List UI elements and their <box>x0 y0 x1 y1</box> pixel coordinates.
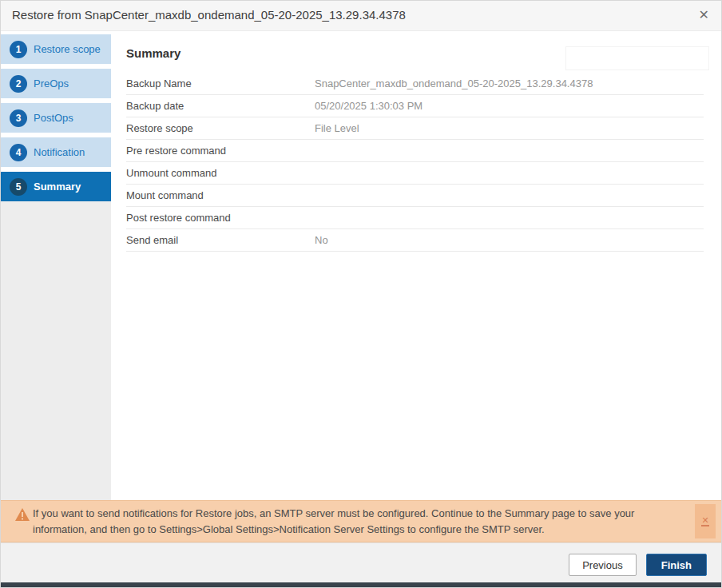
footer-buttons: Previous Finish <box>569 554 707 576</box>
summary-row: Backup Name SnapCenter_maxdb_ondemand_05… <box>126 73 704 95</box>
summary-row-label: Restore scope <box>126 122 315 134</box>
summary-rows: Backup Name SnapCenter_maxdb_ondemand_05… <box>126 73 704 252</box>
step-label: Summary <box>34 181 81 193</box>
step-label: PostOps <box>34 112 73 124</box>
wizard-step-restore-scope[interactable]: 1 Restore scope <box>1 34 111 64</box>
step-number-badge: 3 <box>10 109 27 127</box>
step-number-badge: 5 <box>10 178 27 196</box>
wizard-step-summary[interactable]: 5 Summary <box>1 172 111 201</box>
summary-row: Backup date 05/20/2025 1:30:03 PM <box>126 95 704 117</box>
warning-close-icon: ✕ <box>701 516 708 526</box>
warning-message: If you want to send notifications for Re… <box>33 506 683 538</box>
summary-row-label: Send email <box>126 234 315 246</box>
dialog-title: Restore from SnapCenter_maxdb_ondemand_0… <box>12 8 406 22</box>
summary-row-value: File Level <box>315 122 704 134</box>
summary-row: Send email No <box>126 229 704 252</box>
summary-row-label: Backup date <box>126 100 315 112</box>
summary-row-value: No <box>315 234 704 246</box>
summary-row: Mount command <box>126 185 704 207</box>
summary-row-value: SnapCenter_maxdb_ondemand_05-20-2025_13.… <box>315 77 704 89</box>
summary-row: Unmount command <box>126 162 704 185</box>
warning-triangle-icon <box>15 508 30 521</box>
summary-row: Pre restore command <box>126 140 704 162</box>
sidebar-filler <box>1 201 111 500</box>
wizard-sidebar: 1 Restore scope 2 PreOps 3 PostOps 4 Not… <box>1 31 111 500</box>
summary-row-label: Pre restore command <box>126 145 315 157</box>
summary-panel: Summary Backup Name SnapCenter_maxdb_ond… <box>111 31 721 500</box>
summary-row: Post restore command <box>126 207 704 229</box>
faint-panel <box>565 46 709 70</box>
finish-button[interactable]: Finish <box>646 554 707 576</box>
step-label: Restore scope <box>34 43 101 55</box>
smtp-warning-banner: If you want to send notifications for Re… <box>1 500 721 542</box>
step-label: Notification <box>34 146 85 158</box>
step-number-badge: 2 <box>10 75 27 93</box>
step-number-badge: 4 <box>10 144 27 161</box>
wizard-steps: 1 Restore scope 2 PreOps 3 PostOps 4 Not… <box>1 34 111 206</box>
summary-row-label: Post restore command <box>126 212 315 224</box>
step-number-badge: 1 <box>10 41 27 58</box>
summary-row-label: Unmount command <box>126 167 315 179</box>
wizard-step-postops[interactable]: 3 PostOps <box>1 103 111 133</box>
summary-row-label: Mount command <box>126 189 315 201</box>
summary-row-label: Backup Name <box>126 77 315 89</box>
summary-row-value: 05/20/2025 1:30:03 PM <box>315 100 704 112</box>
dialog-titlebar: Restore from SnapCenter_maxdb_ondemand_0… <box>1 1 721 31</box>
dialog-body: 1 Restore scope 2 PreOps 3 PostOps 4 Not… <box>1 31 721 500</box>
window-bottom-edge <box>1 582 721 587</box>
restore-wizard-dialog: Restore from SnapCenter_maxdb_ondemand_0… <box>0 0 722 588</box>
dialog-footer: Previous Finish <box>1 542 721 584</box>
summary-row: Restore scope File Level <box>126 117 704 140</box>
step-label: PreOps <box>34 77 69 89</box>
close-icon[interactable]: ✕ <box>699 7 709 23</box>
warning-close-button[interactable]: ✕ <box>695 504 716 538</box>
wizard-step-preops[interactable]: 2 PreOps <box>1 69 111 98</box>
previous-button[interactable]: Previous <box>569 554 637 576</box>
wizard-step-notification[interactable]: 4 Notification <box>1 137 111 167</box>
